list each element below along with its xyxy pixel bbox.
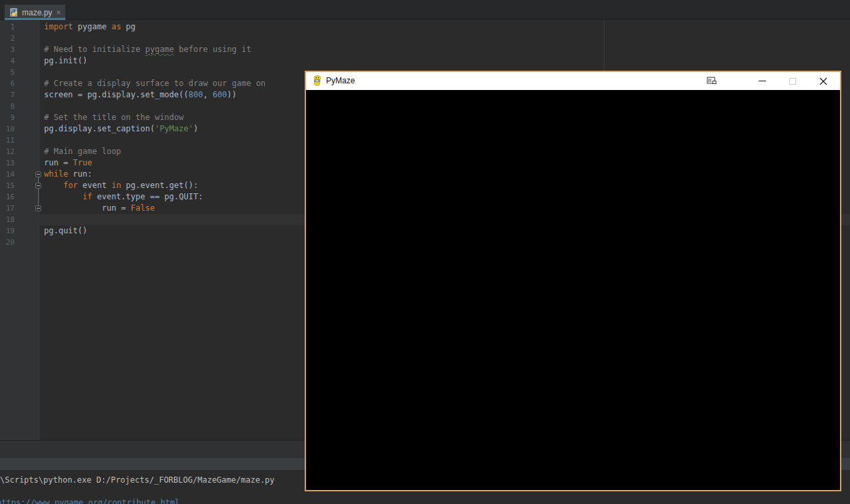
tab-maze-py[interactable]: maze.py × <box>5 5 65 20</box>
line-number: 2 <box>0 33 15 44</box>
line-number: 16 <box>0 191 15 203</box>
line-number: 13 <box>0 157 15 169</box>
line-number: 12 <box>0 146 15 157</box>
line-number: 18 <box>0 214 15 225</box>
code-text: pg.init() <box>44 55 87 67</box>
code-text: run = True <box>44 157 92 169</box>
line-number: 9 <box>0 112 15 123</box>
code-text: # Set the title on the window <box>44 112 184 123</box>
fold-range-line <box>38 177 39 205</box>
code-text: # Create a display surface to draw our g… <box>44 78 265 89</box>
code-text: # Need to initialize pygame before using… <box>44 44 251 55</box>
line-number: 4 <box>0 55 15 67</box>
code-text: run = False <box>44 203 155 214</box>
console-command-line: \Scripts\python.exe D:/Projects/_FORBLOG… <box>0 475 275 485</box>
code-text: for event in pg.event.get(): <box>44 180 198 191</box>
tab-close-icon[interactable]: × <box>56 9 61 17</box>
python-file-icon <box>9 7 19 17</box>
editor-tab-bar: maze.py × <box>0 0 850 20</box>
code-text: pg.display.set_caption('PyMaze') <box>44 123 198 135</box>
code-line[interactable]: 3# Need to initialize pygame before usin… <box>0 44 850 55</box>
maximize-icon[interactable] <box>785 72 801 90</box>
line-number: 7 <box>0 89 15 101</box>
fold-toggle-icon[interactable] <box>35 171 41 177</box>
code-line[interactable]: 1import pygame as pg <box>0 21 850 33</box>
line-number: 14 <box>0 169 15 180</box>
line-number: 5 <box>0 67 15 78</box>
pygame-game-surface[interactable] <box>306 90 840 490</box>
close-icon[interactable] <box>815 72 831 90</box>
line-number: 15 <box>0 180 15 191</box>
line-number: 19 <box>0 225 15 237</box>
code-text: if event.type == pg.QUIT: <box>44 191 203 203</box>
line-number: 17 <box>0 203 15 214</box>
code-text: import pygame as pg <box>44 21 135 33</box>
code-text: while run: <box>44 169 92 180</box>
fold-toggle-icon[interactable] <box>35 205 41 211</box>
code-text: # Main game loop <box>44 146 121 157</box>
pygame-window[interactable]: PyMaze <box>305 71 841 491</box>
pygame-window-title: PyMaze <box>326 72 355 90</box>
line-number: 3 <box>0 44 15 55</box>
display-settings-icon[interactable] <box>704 72 720 90</box>
code-line[interactable]: 4pg.init() <box>0 55 850 67</box>
line-number: 8 <box>0 101 15 112</box>
fold-toggle-icon[interactable] <box>35 183 41 189</box>
pygame-snake-icon <box>312 75 323 86</box>
code-text: screen = pg.display.set_mode((800, 600)) <box>44 89 237 101</box>
pygame-window-titlebar[interactable]: PyMaze <box>306 72 840 90</box>
line-number: 20 <box>0 237 15 248</box>
line-number: 1 <box>0 21 15 33</box>
line-number: 6 <box>0 78 15 89</box>
pygame-contribute-link[interactable]: https://www.pygame.org/contribute.html <box>0 498 180 504</box>
line-number: 10 <box>0 123 15 135</box>
ide-screen: maze.py × 1import pygame as pg23# Need t… <box>0 0 850 504</box>
code-text: pg.quit() <box>44 225 87 237</box>
code-line[interactable]: 2 <box>0 33 850 44</box>
tab-label: maze.py <box>22 8 52 17</box>
minimize-icon[interactable] <box>754 72 770 90</box>
line-number: 11 <box>0 135 15 146</box>
